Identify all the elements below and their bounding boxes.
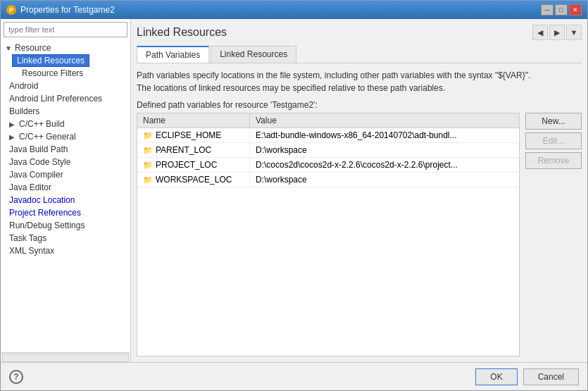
tree-item-label: XML Syntax — [9, 246, 54, 256]
cell-name-2: 📁 PROJECT_LOC — [137, 158, 250, 172]
tree-item-java-editor[interactable]: Java Editor — [1, 181, 130, 194]
title-bar-left: P Properties for Testgame2 — [6, 5, 115, 15]
expand-icon: ▶ — [9, 133, 16, 141]
selected-indicator: Linked Resources — [12, 54, 89, 67]
path-variables-table: Name Value 📁 ECLIPSE_HOME E:\adt-bundle-… — [137, 113, 520, 356]
button-group: New... Edit... Remove — [525, 113, 582, 356]
table-header: Name Value — [137, 113, 519, 128]
folder-icon: 📁 — [143, 161, 153, 170]
col-header-value: Value — [250, 113, 519, 128]
window-icon: P — [6, 5, 16, 15]
panel-title: Linked Resources — [137, 26, 227, 39]
folder-icon: 📁 — [143, 146, 153, 155]
tree-item-label: Android Lint Preferences — [9, 94, 102, 104]
main-content: ▼ Resource Linked Resources Resource Fil… — [1, 19, 587, 362]
description-line1: Path variables specify locations in the … — [137, 69, 582, 82]
tree-item-label: Linked Resources — [12, 56, 89, 66]
bottom-bar: ? OK Cancel — [1, 362, 587, 390]
bottom-buttons: OK Cancel — [475, 368, 579, 385]
cancel-button[interactable]: Cancel — [523, 368, 579, 385]
tree-item-label: Java Compiler — [9, 170, 63, 180]
tab-path-variables[interactable]: Path Variables — [137, 46, 209, 63]
title-buttons: ─ □ ✕ — [541, 4, 582, 15]
cell-name-3: 📁 WORKSPACE_LOC — [137, 173, 250, 187]
tree-item-label: Resource — [15, 43, 51, 53]
tree-item-task-tags[interactable]: Task Tags — [1, 232, 130, 244]
description: Path variables specify locations in the … — [137, 69, 582, 94]
tree-item-label: Task Tags — [9, 233, 46, 243]
tree-item-label: Run/Debug Settings — [9, 221, 85, 230]
tree-item-java-compiler[interactable]: Java Compiler — [1, 168, 130, 181]
tree-item-builders[interactable]: Builders — [1, 105, 130, 118]
tree-item-label: Project References — [9, 208, 81, 218]
right-panel: Linked Resources ◀ ▶ ▼ Path Variables Li… — [131, 19, 587, 362]
expand-icon: ▶ — [9, 120, 16, 128]
title-bar: P Properties for Testgame2 ─ □ ✕ — [1, 1, 587, 19]
ok-button[interactable]: OK — [475, 368, 517, 385]
tree-item-label: C/C++ General — [19, 132, 76, 142]
horizontal-scrollbar[interactable] — [2, 354, 129, 362]
defined-label: Defined path variables for resource 'Tes… — [137, 100, 582, 110]
maximize-button[interactable]: □ — [555, 4, 568, 15]
cell-name-0: 📁 ECLIPSE_HOME — [137, 128, 250, 142]
left-scrollbar-area — [1, 352, 130, 362]
table-row[interactable]: 📁 PARENT_LOC D:\workspace — [137, 143, 519, 158]
expand-icon: ▼ — [5, 44, 12, 52]
minimize-button[interactable]: ─ — [541, 4, 553, 15]
back-button[interactable]: ◀ — [532, 25, 548, 40]
left-panel: ▼ Resource Linked Resources Resource Fil… — [1, 19, 131, 362]
filter-input[interactable] — [4, 22, 127, 37]
cell-value-2: D:\cocos2d\cocos2d-x-2.2.6\cocos2d-x-2.2… — [250, 158, 519, 172]
properties-window: P Properties for Testgame2 ─ □ ✕ ▼ Resou… — [0, 0, 588, 391]
col-header-name: Name — [137, 113, 250, 128]
table-area: Name Value 📁 ECLIPSE_HOME E:\adt-bundle-… — [137, 113, 582, 356]
tree-item-javadoc-location[interactable]: Javadoc Location — [1, 194, 130, 206]
right-toolbar: ◀ ▶ ▼ — [532, 25, 582, 40]
tree-item-java-code-style[interactable]: Java Code Style — [1, 156, 130, 168]
tree-item-label: Java Build Path — [9, 144, 68, 154]
tree-item-android-lint[interactable]: Android Lint Preferences — [1, 92, 130, 105]
cell-value-3: D:\workspace — [250, 173, 519, 187]
tree-item-label: Javadoc Location — [9, 195, 75, 205]
description-line2: The locations of linked resources may be… — [137, 82, 582, 94]
table-row[interactable]: 📁 WORKSPACE_LOC D:\workspace — [137, 173, 519, 187]
tree-item-label: C/C++ Build — [19, 119, 65, 129]
table-row[interactable]: 📁 PROJECT_LOC D:\cocos2d\cocos2d-x-2.2.6… — [137, 158, 519, 173]
cell-value-0: E:\adt-bundle-windows-x86_64-20140702\ad… — [250, 128, 519, 142]
remove-button[interactable]: Remove — [525, 152, 582, 169]
tree-item-label: Java Editor — [9, 182, 51, 192]
tree-item-project-references[interactable]: Project References — [1, 206, 130, 219]
tree-item-xml-syntax[interactable]: XML Syntax — [1, 244, 130, 257]
tree-item-cpp-build[interactable]: ▶ C/C++ Build — [1, 118, 130, 130]
tree-item-linked-resources[interactable]: Linked Resources — [1, 54, 130, 67]
tree-item-java-build-path[interactable]: Java Build Path — [1, 143, 130, 156]
window-title: Properties for Testgame2 — [20, 5, 115, 15]
edit-button[interactable]: Edit... — [525, 132, 582, 149]
toolbar-dropdown[interactable]: ▼ — [566, 25, 582, 40]
folder-icon: 📁 — [143, 131, 153, 140]
tree-item-run-debug[interactable]: Run/Debug Settings — [1, 219, 130, 232]
tab-linked-resources[interactable]: Linked Resources — [211, 46, 296, 63]
folder-icon: 📁 — [143, 175, 153, 185]
close-button[interactable]: ✕ — [569, 4, 582, 15]
tree-area: ▼ Resource Linked Resources Resource Fil… — [1, 40, 130, 352]
help-button[interactable]: ? — [9, 370, 23, 384]
tree-item-cpp-general[interactable]: ▶ C/C++ General — [1, 130, 130, 143]
tree-item-label: Builders — [9, 106, 39, 116]
tabs-container: Path Variables Linked Resources — [137, 46, 582, 63]
tree-item-label: Resource Filters — [22, 68, 83, 78]
tree-item-label: Java Code Style — [9, 157, 70, 167]
table-body: 📁 ECLIPSE_HOME E:\adt-bundle-windows-x86… — [137, 128, 519, 356]
cell-value-1: D:\workspace — [250, 143, 519, 157]
tree-item-label: Android — [9, 81, 38, 91]
cell-name-1: 📁 PARENT_LOC — [137, 143, 250, 157]
table-row[interactable]: 📁 ECLIPSE_HOME E:\adt-bundle-windows-x86… — [137, 128, 519, 143]
forward-button[interactable]: ▶ — [549, 25, 565, 40]
tree-item-resource[interactable]: ▼ Resource — [1, 42, 130, 54]
tree-item-android[interactable]: Android — [1, 80, 130, 92]
right-header: Linked Resources ◀ ▶ ▼ — [137, 25, 582, 40]
new-button[interactable]: New... — [525, 113, 582, 130]
tree-item-resource-filters[interactable]: Resource Filters — [1, 67, 130, 80]
